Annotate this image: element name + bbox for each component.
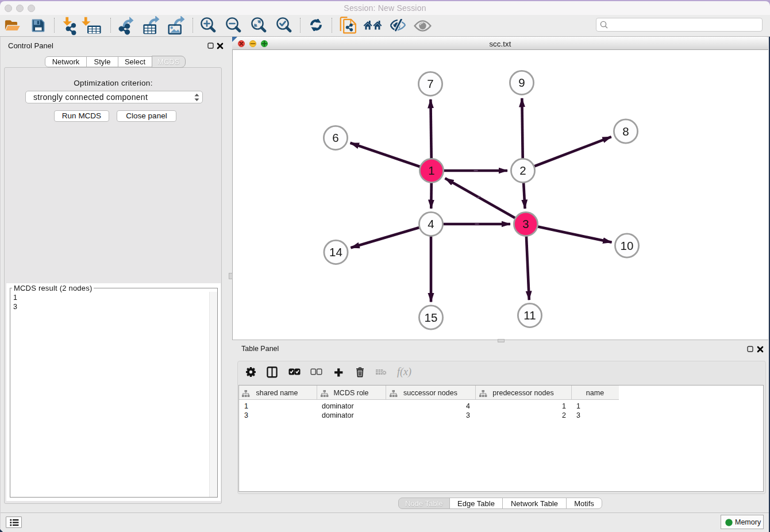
svg-text:1: 1 bbox=[428, 164, 434, 177]
svg-text:9: 9 bbox=[518, 76, 525, 89]
svg-text:8: 8 bbox=[622, 125, 629, 138]
svg-text:3: 3 bbox=[522, 217, 529, 230]
svg-text:11: 11 bbox=[523, 309, 536, 322]
svg-text:4: 4 bbox=[428, 217, 434, 230]
svg-text:6: 6 bbox=[332, 131, 338, 144]
svg-text:14: 14 bbox=[329, 245, 342, 259]
svg-text:15: 15 bbox=[425, 311, 438, 324]
svg-text:7: 7 bbox=[427, 77, 433, 90]
svg-text:10: 10 bbox=[621, 239, 634, 252]
svg-text:2: 2 bbox=[519, 164, 526, 177]
